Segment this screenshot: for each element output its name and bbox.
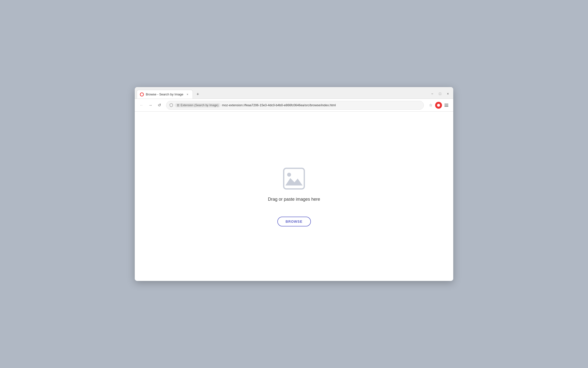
hamburger-line-3: [444, 106, 448, 107]
svg-rect-2: [177, 105, 178, 106]
drop-zone[interactable]: Drag or paste images here: [268, 166, 320, 202]
tab-title: Browse - Search by Image: [146, 92, 183, 96]
hamburger-line-1: [444, 104, 448, 104]
address-bar[interactable]: Extension (Search by Image) moz-extensio…: [166, 101, 424, 110]
back-button[interactable]: ←: [138, 101, 146, 109]
extension-icon-button[interactable]: [435, 102, 442, 109]
close-button[interactable]: ×: [444, 90, 451, 97]
shield-icon: [169, 103, 173, 107]
browse-button[interactable]: BROWSE: [277, 217, 311, 226]
nav-right-buttons: ☆: [427, 101, 450, 109]
hamburger-line-2: [444, 105, 448, 105]
navigation-bar: ← → ↺ Extension (Search by Image) m: [135, 99, 453, 112]
new-tab-button[interactable]: +: [194, 90, 202, 98]
restore-button[interactable]: □: [437, 90, 443, 97]
image-placeholder-icon: [282, 166, 306, 191]
drop-zone-text: Drag or paste images here: [268, 197, 320, 202]
svg-marker-5: [285, 178, 303, 185]
page-content: Drag or paste images here BROWSE: [135, 112, 453, 281]
bookmark-button[interactable]: ☆: [427, 101, 435, 109]
browser-tab[interactable]: Browse - Search by Image ×: [137, 90, 193, 99]
browser-window: Browse - Search by Image × + − □ × ← → ↺: [135, 87, 453, 281]
svg-rect-1: [178, 104, 179, 105]
svg-rect-0: [177, 104, 178, 105]
menu-button[interactable]: [442, 101, 450, 109]
extension-badge: Extension (Search by Image): [175, 103, 220, 107]
minimize-button[interactable]: −: [429, 90, 436, 97]
extension-label: Extension (Search by Image): [181, 104, 219, 107]
svg-rect-3: [178, 105, 179, 106]
svg-rect-4: [284, 168, 304, 189]
tab-close-button[interactable]: ×: [185, 92, 190, 97]
url-display: moz-extension://feaa7206-15e3-4dc0-b4b0-…: [222, 103, 421, 107]
puzzle-icon: [177, 104, 180, 107]
window-controls: − □ ×: [429, 90, 451, 97]
reload-button[interactable]: ↺: [155, 101, 163, 109]
forward-button[interactable]: →: [147, 101, 154, 109]
title-bar: Browse - Search by Image × + − □ ×: [135, 87, 453, 99]
tab-favicon: [140, 92, 144, 96]
svg-point-6: [287, 173, 291, 177]
